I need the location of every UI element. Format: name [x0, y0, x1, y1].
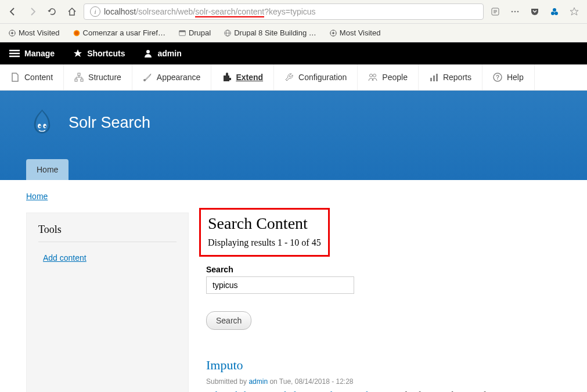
- site-header: Solr Search Home: [0, 91, 587, 180]
- svg-rect-45: [436, 74, 438, 81]
- tab-people[interactable]: People: [358, 64, 419, 90]
- svg-rect-35: [81, 79, 83, 81]
- drupal-logo-icon: [26, 107, 58, 139]
- user-button[interactable]: admin: [134, 42, 190, 64]
- svg-point-42: [373, 74, 376, 77]
- add-content-link[interactable]: Add content: [38, 253, 87, 262]
- result-title-link[interactable]: Imputo: [206, 358, 243, 372]
- svg-point-50: [39, 126, 41, 128]
- svg-rect-34: [75, 79, 77, 81]
- highlight-annotation: Search Content Displaying results 1 - 10…: [199, 208, 330, 257]
- shortcuts-button[interactable]: Shortcuts: [64, 42, 134, 64]
- svg-point-5: [514, 11, 516, 13]
- svg-rect-44: [433, 75, 435, 81]
- bookmark-drupal8[interactable]: Drupal 8 Site Building …: [220, 26, 320, 39]
- url-bar[interactable]: i localhost/solrsearch/web/solr-search/c…: [84, 3, 484, 20]
- more-icon[interactable]: [507, 3, 523, 20]
- tab-reports[interactable]: Reports: [419, 64, 482, 90]
- bookmark-most-visited-2[interactable]: Most Visited: [326, 26, 384, 39]
- sidebar-title: Tools: [38, 224, 177, 242]
- bookmark-most-visited[interactable]: Most Visited: [5, 26, 63, 39]
- svg-point-7: [553, 8, 556, 12]
- star-icon[interactable]: [566, 3, 582, 20]
- svg-point-24: [332, 32, 334, 34]
- search-label: Search: [206, 265, 561, 274]
- drupal-admin-toolbar: Manage Shortcuts admin: [0, 42, 587, 64]
- page-heading: Search Content: [208, 214, 321, 233]
- tab-help[interactable]: ? Help: [482, 64, 535, 90]
- main-content: Search Content Displaying results 1 - 10…: [206, 213, 561, 392]
- tab-content[interactable]: Content: [0, 64, 64, 90]
- extension-icon[interactable]: [546, 3, 563, 20]
- bookmark-drupal[interactable]: Drupal: [175, 26, 214, 39]
- svg-point-4: [512, 11, 513, 13]
- pocket-icon[interactable]: [527, 3, 543, 20]
- nav-tab-home[interactable]: Home: [26, 159, 69, 180]
- svg-point-40: [143, 79, 146, 81]
- content-area: Tools Add content Search Content Display…: [0, 201, 587, 392]
- svg-rect-33: [78, 73, 80, 75]
- forward-button[interactable]: [24, 3, 41, 20]
- search-button[interactable]: Search: [206, 311, 251, 330]
- svg-point-32: [146, 50, 150, 53]
- svg-rect-19: [179, 30, 186, 32]
- home-button[interactable]: [64, 3, 80, 20]
- browser-toolbar: i localhost/solrsearch/web/solr-search/c…: [0, 0, 587, 24]
- tab-configuration[interactable]: Configuration: [274, 64, 358, 90]
- results-count: Displaying results 1 - 10 of 45: [208, 238, 321, 248]
- search-input[interactable]: [206, 276, 354, 294]
- svg-point-9: [554, 12, 558, 15]
- manage-button[interactable]: Manage: [0, 42, 64, 64]
- svg-text:?: ?: [496, 74, 499, 81]
- search-result: Imputo Submitted by admin on Tue, 08/14/…: [206, 358, 561, 392]
- reader-icon[interactable]: [487, 3, 503, 20]
- result-author-link[interactable]: admin: [249, 377, 268, 386]
- svg-point-51: [45, 126, 46, 128]
- url-text: localhost/solrsearch/web/solr-search/con…: [104, 7, 316, 16]
- svg-point-41: [370, 74, 373, 77]
- sidebar-tools: Tools Add content: [26, 213, 189, 392]
- tab-appearance[interactable]: Appearance: [132, 64, 212, 90]
- reload-button[interactable]: [44, 3, 60, 20]
- breadcrumb-home[interactable]: Home: [26, 192, 48, 201]
- bookmark-bar: Most Visited Comenzar a usar Firef… Drup…: [0, 24, 587, 42]
- breadcrumb: Home: [0, 180, 587, 201]
- svg-rect-43: [430, 78, 432, 81]
- svg-point-8: [551, 12, 554, 15]
- svg-point-17: [74, 31, 78, 35]
- bookmark-firefox[interactable]: Comenzar a usar Firef…: [69, 26, 169, 39]
- admin-secondary-tabs: Content Structure Appearance Extend Conf…: [0, 64, 587, 91]
- tab-extend[interactable]: Extend: [211, 64, 274, 90]
- back-button[interactable]: [5, 3, 21, 20]
- svg-point-11: [11, 32, 13, 34]
- site-title: Solr Search: [69, 114, 150, 132]
- svg-point-6: [517, 11, 519, 13]
- result-meta: Submitted by admin on Tue, 08/14/2018 - …: [206, 377, 561, 386]
- info-icon[interactable]: i: [90, 6, 100, 17]
- tab-structure[interactable]: Structure: [64, 64, 132, 90]
